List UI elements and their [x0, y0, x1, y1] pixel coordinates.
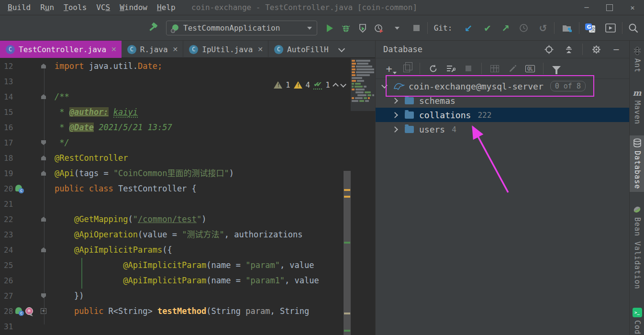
code-line[interactable]: 22 @GetMapping("/common/test") — [0, 212, 375, 227]
chevron-right-icon[interactable] — [392, 126, 398, 133]
datasource-properties-icon[interactable] — [444, 62, 457, 75]
translate-icon[interactable]: 文 G — [584, 15, 597, 41]
git-history-button[interactable] — [518, 15, 529, 41]
menu-help[interactable]: Help — [152, 1, 180, 14]
jump-to-console-icon[interactable]: QL — [523, 62, 537, 75]
minimize-button[interactable]: ─ — [575, 0, 598, 15]
code-line[interactable]: 14/** — [0, 89, 375, 104]
search-everywhere-icon[interactable] — [626, 15, 640, 41]
fold-marker[interactable] — [41, 171, 46, 176]
fold-marker[interactable] — [41, 247, 46, 252]
inspections-widget[interactable]: 1 4 ✔✔ 1 — [274, 80, 345, 89]
run-with-coverage-button[interactable] — [357, 15, 368, 41]
duplicate-icon[interactable] — [400, 62, 413, 75]
new-datasource-icon[interactable]: + — [382, 62, 396, 75]
toolwindow-maven[interactable]: m Maven — [630, 85, 644, 127]
code-line[interactable]: 25 @ApiImplicitParam(name = "param", val… — [0, 257, 375, 273]
fold-marker[interactable] — [41, 156, 46, 160]
db-node-schemas[interactable]: schemas — [376, 93, 630, 108]
filter-icon[interactable] — [550, 62, 563, 75]
code-line[interactable]: 26 @ApiImplicitParam(name = "param1", va… — [0, 273, 375, 288]
toolwindow-code[interactable]: >_ Code — [630, 305, 644, 335]
debug-button[interactable] — [341, 15, 351, 41]
collapse-all-icon[interactable] — [562, 43, 576, 56]
editor-scrollbar[interactable] — [344, 171, 351, 335]
git-push-button[interactable]: ↗ — [500, 15, 512, 41]
stop-icon[interactable] — [462, 62, 475, 75]
chevron-down-icon[interactable] — [381, 82, 388, 89]
code-line[interactable]: 18@RestController — [0, 150, 375, 166]
code-line[interactable]: 31 — [0, 319, 375, 334]
code-line[interactable]: 27 }) — [0, 288, 375, 303]
db-node-collations[interactable]: collations 222 — [376, 108, 630, 122]
code-line[interactable]: 16 * @Date 2021/5/21 13:57 — [0, 120, 375, 135]
profiler-dropdown-chevron[interactable] — [393, 15, 401, 41]
fold-marker[interactable] — [41, 140, 46, 145]
menu-run[interactable]: Run — [35, 1, 59, 14]
menu-tools[interactable]: Tools — [59, 1, 91, 14]
code-line[interactable]: 24 @ApiImplicitParams({ — [0, 242, 375, 257]
build-hammer-icon[interactable] — [146, 15, 160, 41]
menu-build[interactable]: Build — [3, 1, 35, 14]
profiler-button[interactable] — [373, 15, 385, 41]
code-line[interactable]: 15 * @author: kaiyi — [0, 104, 375, 120]
code-minimap[interactable] — [351, 58, 375, 111]
close-icon[interactable]: ✕ — [111, 45, 117, 53]
run-configuration-select[interactable]: TestCommonApplication — [166, 21, 317, 35]
code-line[interactable]: 17 */ — [0, 135, 375, 150]
menu-vcs[interactable]: VCS — [91, 1, 115, 14]
toolwindow-database[interactable]: Database — [630, 135, 644, 192]
code-segment: /** — [55, 92, 69, 101]
code-line[interactable]: 28 public R<String> testMethod(String pa… — [0, 303, 375, 319]
code-line[interactable]: 12import java.util.Date; — [0, 58, 375, 74]
prev-issue-chevron[interactable] — [333, 83, 339, 89]
bean-gutter-icon[interactable] — [15, 307, 23, 315]
tab-iputil[interactable]: C IpUtil.java ✕ — [183, 41, 268, 58]
toolwindow-bean-validation[interactable]: Bean Validation — [630, 202, 644, 292]
git-commit-button[interactable]: ✔ — [481, 15, 494, 41]
close-icon[interactable]: ✕ — [173, 45, 178, 53]
git-rollback-button[interactable]: ↺ — [537, 15, 549, 41]
mapping-gutter-icon[interactable] — [25, 307, 33, 315]
db-node-users[interactable]: users 4 — [376, 122, 630, 136]
fold-marker[interactable] — [41, 308, 46, 314]
edit-data-icon[interactable] — [506, 62, 519, 75]
git-update-button[interactable]: ↙ — [462, 15, 475, 41]
fold-marker[interactable] — [41, 293, 46, 298]
close-button[interactable]: ✕ — [621, 0, 644, 15]
fold-marker[interactable] — [41, 94, 46, 99]
close-icon[interactable]: ✕ — [257, 45, 263, 53]
project-structure-icon[interactable] — [561, 15, 574, 41]
tab-r[interactable]: C R.java ✕ — [122, 41, 184, 58]
tab-testcontroller[interactable]: C TestController.java ✕ — [0, 41, 122, 58]
code-segment: * — [55, 123, 69, 132]
db-connection-row[interactable]: coin-exchange@mysql-server 0 of 8 — [376, 79, 630, 93]
hidden-tabs-chevron[interactable] — [333, 41, 348, 57]
code-segment: ( — [206, 276, 211, 285]
tab-autofill[interactable]: C AutoFillH — [268, 41, 333, 58]
hide-panel-icon[interactable]: ─ — [610, 43, 623, 56]
run-anything-icon[interactable] — [604, 15, 617, 41]
fold-marker[interactable] — [41, 217, 46, 222]
bean-gutter-icon[interactable] — [15, 185, 23, 193]
code-line[interactable]: 19@Api(tags = "CoinCommon里面的测试接口") — [0, 166, 375, 181]
code-line[interactable]: 20public class TestController { — [0, 181, 375, 196]
code-editor[interactable]: 12import java.util.Date;1314/**15 * @aut… — [0, 58, 375, 335]
toolwindow-ant[interactable]: Ant — [630, 43, 644, 76]
chevron-right-icon[interactable] — [392, 112, 398, 118]
chevron-right-icon[interactable] — [392, 98, 398, 104]
refresh-icon[interactable] — [426, 62, 440, 75]
code-segment: = — [103, 168, 113, 178]
run-button[interactable] — [324, 15, 335, 41]
fold-marker[interactable] — [41, 64, 46, 68]
stop-button[interactable] — [411, 15, 421, 41]
settings-gear-icon[interactable] — [589, 43, 603, 56]
locate-object-icon[interactable] — [542, 43, 555, 56]
code-line[interactable]: 21 — [0, 196, 375, 212]
maximize-button[interactable] — [598, 0, 621, 15]
next-issue-chevron[interactable] — [340, 81, 346, 88]
menu-window[interactable]: Window — [115, 1, 152, 14]
warning-icon — [294, 81, 302, 89]
table-icon[interactable] — [488, 62, 501, 75]
code-line[interactable]: 23 @ApiOperation(value = "测试方法", authori… — [0, 227, 375, 242]
